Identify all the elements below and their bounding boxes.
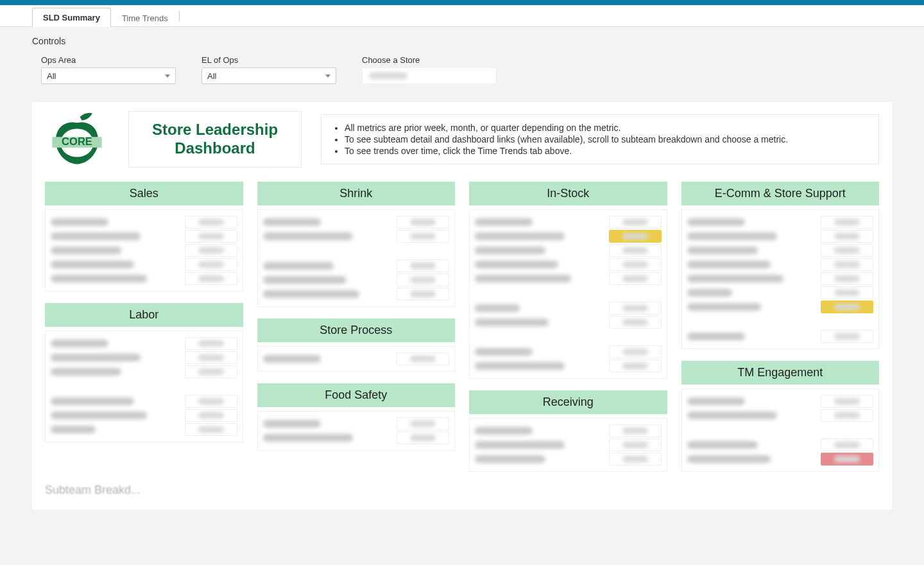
metric-row[interactable] [687,286,874,300]
metric-value-redacted [609,230,662,243]
metric-label-redacted [51,397,134,405]
metric-row[interactable] [263,215,450,229]
metric-row[interactable] [263,287,450,301]
dashboard-notes: All metrics are prior week, month, or qu… [321,114,879,164]
metric-row[interactable] [51,215,237,229]
metric-row[interactable] [687,438,874,452]
metric-row[interactable] [263,431,450,445]
metric-row[interactable] [475,452,662,466]
card-body-in-stock[interactable] [469,209,667,379]
metric-row[interactable] [475,315,662,329]
metric-label-redacted [475,247,545,254]
card-body-store-process[interactable] [257,346,456,372]
metric-row[interactable] [51,272,237,286]
metric-row[interactable] [687,300,874,314]
metric-row[interactable] [51,394,237,408]
card-food-safety: Food Safety [257,383,456,451]
metric-row[interactable] [687,243,874,257]
metric-row[interactable] [475,215,662,229]
metric-row[interactable] [263,273,450,287]
card-body-receiving[interactable] [469,418,667,472]
metric-label-redacted [51,218,108,226]
metric-row[interactable] [475,229,662,243]
header-row: CORE Store Leadership Dashboard All metr… [32,110,892,169]
metric-row[interactable] [51,257,237,272]
chevron-down-icon [165,74,170,78]
card-ecomm: E-Comm & Store Support [681,182,880,349]
metric-row[interactable] [475,359,662,373]
card-body-ecomm[interactable] [681,209,880,349]
metric-row[interactable] [475,345,662,359]
metric-value-redacted [609,302,662,315]
metric-row[interactable] [475,272,662,286]
metric-label-redacted [687,289,732,297]
metric-row[interactable] [687,452,874,466]
metric-row[interactable] [687,394,874,408]
card-body-sales[interactable] [45,209,243,291]
el-of-ops-label: EL of Ops [201,55,336,65]
controls-panel: Controls Ops Area All EL of Ops All Choo… [32,27,892,102]
ops-area-value: All [47,71,56,81]
metric-value-redacted [185,351,237,364]
metric-row[interactable] [687,215,874,229]
card-body-tm-engagement[interactable] [681,388,880,472]
metric-label-redacted [263,290,359,298]
control-ops-area: Ops Area All [41,55,176,84]
metric-label-redacted [51,368,121,376]
card-body-labor[interactable] [45,331,243,442]
metric-row[interactable] [263,229,450,243]
metric-row[interactable] [687,229,874,243]
metric-value-redacted [185,409,237,422]
metric-value-redacted [609,316,662,329]
metric-label-redacted [51,232,141,240]
metric-row[interactable] [687,257,874,272]
metric-row[interactable] [263,259,450,273]
metric-value-redacted [609,424,662,437]
ops-area-select[interactable]: All [41,67,176,84]
metric-row[interactable] [51,351,237,365]
metric-row[interactable] [51,365,237,379]
metric-row[interactable] [687,408,874,422]
metric-row[interactable] [475,243,662,257]
tab-time-trends[interactable]: Time Trends [111,8,179,27]
card-receiving: Receiving [469,390,667,472]
metric-value-redacted [397,274,449,286]
metric-row[interactable] [687,272,874,286]
metric-label-redacted [263,218,321,226]
metric-label-redacted [475,348,533,356]
choose-store-select[interactable] [362,67,497,84]
card-body-food-safety[interactable] [257,411,456,451]
apple-logo-icon: CORE [47,110,107,169]
metric-row[interactable] [475,438,662,452]
card-body-shrink[interactable] [257,209,456,307]
tabs-row: SLD Summary Time Trends [0,5,924,27]
metric-value-redacted [821,244,873,257]
metric-value-redacted [821,453,873,465]
metric-row[interactable] [263,417,450,431]
metric-row[interactable] [475,424,662,438]
metric-label-redacted [475,427,533,435]
card-header-food-safety: Food Safety [257,383,456,407]
metric-value-redacted [609,244,662,257]
metric-label-redacted [475,441,565,449]
metric-value-redacted [609,360,662,372]
metric-label-redacted [51,354,141,361]
metric-label-redacted [475,455,545,463]
metric-row[interactable] [51,336,237,351]
tab-sld-summary[interactable]: SLD Summary [32,8,111,27]
metric-row[interactable] [51,422,237,437]
metric-value-redacted [821,409,873,422]
el-of-ops-select[interactable]: All [201,67,336,84]
metric-row[interactable] [51,408,237,422]
metric-label-redacted [263,262,334,270]
metric-label-redacted [687,218,745,226]
metric-row[interactable] [475,257,662,272]
metric-row[interactable] [475,301,662,315]
metric-label-redacted [475,275,571,282]
metric-value-redacted [821,286,873,299]
metric-row[interactable] [51,229,237,243]
metric-row[interactable] [263,352,450,366]
metric-value-redacted [185,337,237,350]
metric-row[interactable] [51,243,237,257]
metric-row[interactable] [687,329,874,343]
